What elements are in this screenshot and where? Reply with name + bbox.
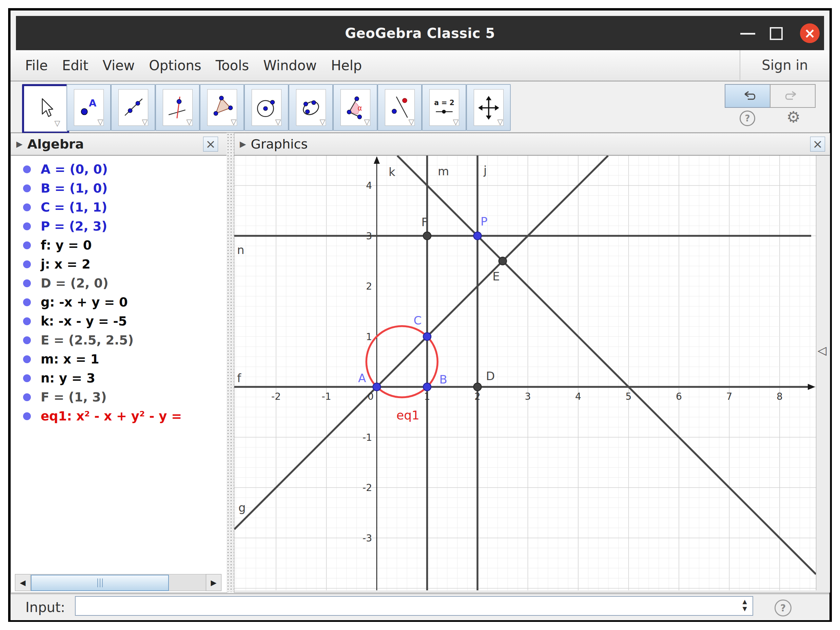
input-value (79, 597, 739, 615)
algebra-item[interactable]: j: x = 2 (11, 255, 227, 274)
line-k[interactable] (398, 156, 816, 575)
tool-reflect-about-line[interactable]: ▽ (377, 84, 422, 131)
dropdown-icon[interactable]: ▽ (364, 118, 370, 126)
algebra-item[interactable]: k: -x - y = -5 (11, 312, 227, 331)
visibility-dot-icon[interactable] (23, 223, 31, 230)
x-tick-label: 6 (676, 391, 682, 402)
scrollbar-right-arrow[interactable]: ▶ (206, 574, 221, 591)
dropdown-icon[interactable]: ▽ (55, 119, 60, 128)
visibility-dot-icon[interactable] (23, 412, 31, 420)
redo-button[interactable] (770, 84, 816, 108)
dropdown-icon[interactable]: ▽ (320, 118, 325, 126)
minimize-button[interactable] (737, 26, 758, 41)
visibility-dot-icon[interactable] (23, 279, 31, 287)
panel-arrow-icon[interactable]: ▶ (16, 139, 22, 149)
dropdown-icon[interactable]: ▽ (453, 118, 459, 126)
algebra-item[interactable]: D = (2, 0) (11, 274, 227, 293)
graphics-canvas[interactable]: fnmjgkeq1-2-10123456784321-1-2-3ABCPDEF (234, 156, 816, 591)
algebra-item[interactable]: C = (1, 1) (11, 198, 227, 217)
title-bar[interactable]: GeoGebra Classic 5 × (16, 16, 824, 50)
tool-polygon[interactable]: ▽ (200, 84, 244, 131)
panel-arrow-icon[interactable]: ▶ (240, 139, 246, 149)
collapse-panel-icon[interactable]: ◁ (818, 344, 826, 357)
algebra-item[interactable]: P = (2, 3) (11, 217, 227, 236)
line-g[interactable] (234, 156, 608, 529)
undo-button[interactable] (725, 84, 771, 108)
algebra-item[interactable]: n: y = 3 (11, 369, 227, 388)
menu-item-view[interactable]: View (95, 58, 142, 73)
visibility-dot-icon[interactable] (23, 374, 31, 382)
visibility-dot-icon[interactable] (23, 298, 31, 306)
algebra-item[interactable]: B = (1, 0) (11, 179, 227, 198)
tool-slider[interactable]: a = 2 ▽ (422, 84, 466, 131)
algebra-item[interactable]: E = (2.5, 2.5) (11, 331, 227, 350)
dropdown-icon[interactable]: ▽ (275, 118, 281, 126)
visibility-dot-icon[interactable] (23, 242, 31, 249)
scrollbar-thumb[interactable] (31, 575, 169, 591)
tool-angle[interactable]: α ▽ (333, 84, 377, 131)
visibility-dot-icon[interactable] (23, 166, 31, 173)
maximize-button[interactable] (766, 26, 786, 41)
close-button[interactable]: × (800, 24, 819, 43)
panel-divider[interactable] (227, 133, 234, 592)
dropdown-icon[interactable]: ▽ (409, 118, 414, 126)
menu-item-window[interactable]: Window (256, 58, 324, 73)
algebra-header[interactable]: ▶ Algebra × (11, 133, 227, 156)
dropdown-icon[interactable]: ▽ (186, 118, 192, 126)
close-algebra-button[interactable]: × (203, 137, 218, 152)
menu-item-tools[interactable]: Tools (208, 58, 256, 73)
point-P[interactable] (474, 232, 482, 240)
dropdown-icon[interactable]: ▽ (231, 118, 237, 126)
tool-ellipse[interactable]: ▽ (289, 84, 333, 131)
menu-item-help[interactable]: Help (324, 58, 369, 73)
point-D[interactable] (474, 383, 482, 391)
input-history-spinner[interactable]: ▲▼ (740, 598, 749, 614)
scrollbar-track[interactable] (30, 574, 206, 591)
help-icon[interactable]: ? (740, 111, 755, 126)
tool-perpendicular-line[interactable]: ▽ (155, 84, 200, 131)
dropdown-icon[interactable]: ▽ (98, 118, 103, 126)
visibility-dot-icon[interactable] (23, 185, 31, 192)
circle-label-eq1: eq1 (396, 408, 420, 422)
graphics-header[interactable]: ▶ Graphics × (234, 133, 830, 156)
visibility-dot-icon[interactable] (23, 355, 31, 363)
visibility-dot-icon[interactable] (23, 393, 31, 401)
tool-move-graphics-view[interactable]: ▽ (466, 84, 511, 131)
close-graphics-button[interactable]: × (810, 137, 825, 152)
point-B[interactable] (423, 383, 431, 391)
menu-item-edit[interactable]: Edit (55, 58, 95, 73)
point-F[interactable] (423, 232, 431, 240)
point-C[interactable] (423, 333, 431, 340)
tool-point[interactable]: A ▽ (66, 84, 111, 131)
algebra-item[interactable]: A = (0, 0) (11, 160, 227, 179)
point-A[interactable] (373, 383, 381, 391)
x-tick-label: 2 (474, 391, 480, 402)
dropdown-icon[interactable]: ▽ (497, 118, 503, 126)
algebra-item[interactable]: m: x = 1 (11, 350, 227, 369)
menu-item-file[interactable]: File (18, 58, 55, 73)
visibility-dot-icon[interactable] (23, 204, 31, 211)
visibility-dot-icon[interactable] (23, 317, 31, 325)
algebra-item[interactable]: F = (1, 3) (11, 388, 227, 407)
sign-in-button[interactable]: Sign in (740, 50, 829, 80)
algebra-item[interactable]: f: y = 0 (11, 236, 227, 255)
visibility-dot-icon[interactable] (23, 336, 31, 344)
perpendicular-line-icon: ▽ (163, 89, 193, 126)
point-label-A: A (358, 371, 366, 385)
algebra-item[interactable]: g: -x + y = 0 (11, 293, 227, 312)
algebra-item[interactable]: eq1: x² - x + y² - y = (11, 407, 227, 426)
tool-move[interactable]: ▽ (22, 84, 69, 134)
scrollbar-left-arrow[interactable]: ◀ (15, 574, 30, 591)
algebra-scrollbar[interactable]: ◀ ▶ (15, 574, 221, 591)
input-help-icon[interactable]: ? (775, 600, 791, 616)
tool-circle-center-point[interactable]: ▽ (244, 84, 289, 131)
point-E[interactable] (499, 257, 507, 265)
menu-item-options[interactable]: Options (142, 58, 208, 73)
tool-line[interactable]: ▽ (111, 84, 155, 131)
point-label-P: P (480, 215, 488, 228)
input-field[interactable]: ▲▼ (75, 596, 753, 616)
dropdown-icon[interactable]: ▽ (142, 118, 148, 126)
gear-icon[interactable]: ⚙ (786, 108, 801, 126)
visibility-dot-icon[interactable] (23, 261, 31, 268)
y-tick-label: -1 (363, 432, 372, 443)
